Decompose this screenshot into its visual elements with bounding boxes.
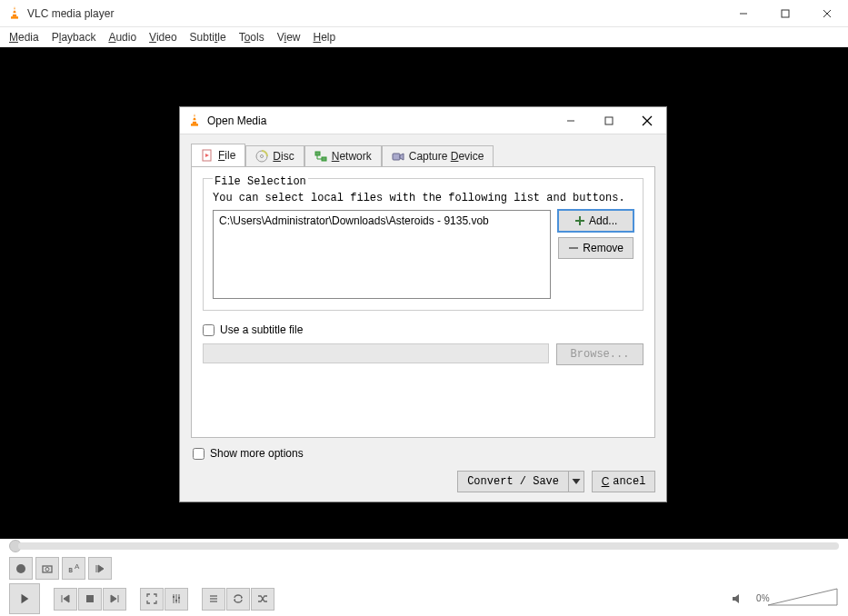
convert-save-splitbutton[interactable]: Convert / Save (457, 471, 584, 492)
menu-tools[interactable]: Tools (239, 31, 264, 44)
show-more-options-checkbox[interactable] (193, 448, 205, 460)
svg-rect-17 (175, 600, 177, 601)
file-icon (201, 149, 214, 162)
menu-audio[interactable]: Audio (108, 31, 136, 44)
seek-track[interactable] (18, 542, 839, 550)
window-title: VLC media player (27, 7, 723, 20)
volume-percent: 0% (756, 593, 769, 603)
tab-network[interactable]: Network (304, 145, 382, 167)
file-selection-hint: You can select local files with the foll… (213, 192, 634, 204)
svg-rect-4 (782, 10, 789, 17)
tab-file[interactable]: File (191, 144, 245, 167)
speaker-icon[interactable] (731, 592, 743, 605)
frame-step-button[interactable] (88, 557, 112, 580)
chevron-down-icon (571, 476, 582, 487)
svg-rect-22 (191, 124, 198, 125)
snapshot-button[interactable] (35, 557, 59, 580)
svg-point-9 (45, 567, 49, 571)
close-button[interactable] (806, 0, 848, 27)
use-subtitle-label: Use a subtitle file (220, 323, 303, 336)
svg-text:A: A (75, 562, 80, 571)
menu-video[interactable]: Video (149, 31, 176, 44)
atob-loop-button[interactable]: ʙA (62, 557, 85, 580)
svg-rect-2 (13, 13, 17, 15)
svg-text:ʙ: ʙ (68, 565, 73, 574)
svg-point-7 (16, 564, 25, 573)
seek-bar[interactable] (0, 539, 848, 553)
stop-button[interactable] (78, 588, 102, 611)
record-button[interactable] (9, 557, 33, 580)
dialog-title: Open Media (207, 114, 552, 127)
previous-button[interactable] (54, 588, 77, 611)
minimize-button[interactable] (723, 0, 764, 27)
extended-settings-button[interactable] (165, 588, 188, 611)
file-selection-fieldset: File Selection You can select local file… (203, 178, 643, 311)
loop-button[interactable] (226, 588, 250, 611)
svg-point-31 (261, 155, 264, 158)
convert-save-dropdown[interactable] (568, 471, 584, 492)
svg-rect-0 (11, 16, 18, 18)
svg-rect-24 (193, 120, 197, 122)
menu-playback[interactable]: Playback (52, 31, 96, 44)
play-button[interactable] (9, 583, 40, 614)
fullscreen-button[interactable] (140, 588, 164, 611)
menu-media[interactable]: Media (9, 31, 39, 44)
menu-subtitle[interactable]: Subtitle (190, 31, 226, 44)
next-button[interactable] (103, 588, 126, 611)
use-subtitle-checkbox[interactable] (203, 324, 214, 336)
dialog-close-button[interactable] (628, 107, 666, 134)
dialog-minimize-button[interactable] (552, 107, 590, 134)
svg-rect-18 (178, 597, 180, 599)
plus-icon (574, 215, 585, 226)
dialog-titlebar: Open Media (180, 107, 666, 134)
add-file-button[interactable]: Add... (558, 210, 634, 232)
file-selection-legend: File Selection (213, 175, 308, 188)
svg-rect-26 (605, 117, 613, 124)
vlc-cone-icon (7, 6, 22, 21)
svg-rect-33 (322, 157, 326, 161)
svg-rect-12 (86, 595, 94, 602)
tab-capture-device[interactable]: Capture Device (382, 145, 494, 167)
main-window-titlebar: VLC media player (0, 0, 848, 27)
dialog-maximize-button[interactable] (590, 107, 628, 134)
subtitle-path-field (203, 343, 549, 363)
vlc-cone-icon (187, 114, 202, 128)
open-media-dialog: Open Media File Disc Network Capture Dev… (179, 106, 667, 502)
file-list-item[interactable]: C:\Users\Administrator\Downloads\Asteroi… (219, 214, 544, 227)
file-list[interactable]: C:\Users\Administrator\Downloads\Asteroi… (213, 210, 551, 299)
disc-icon (255, 150, 268, 163)
svg-rect-32 (315, 152, 320, 155)
svg-rect-16 (173, 596, 175, 598)
playlist-button[interactable] (202, 588, 225, 611)
maximize-button[interactable] (764, 0, 806, 27)
tab-panel-file: File Selection You can select local file… (191, 166, 655, 438)
shuffle-button[interactable] (251, 588, 274, 611)
dialog-tabs: File Disc Network Capture Device (191, 144, 655, 167)
cancel-button[interactable]: Cancel (592, 471, 655, 492)
show-more-options-label: Show more options (210, 447, 304, 460)
tab-disc[interactable]: Disc (245, 145, 304, 167)
capture-icon (392, 150, 404, 163)
menu-view[interactable]: View (277, 31, 301, 44)
svg-rect-1 (13, 9, 16, 11)
convert-save-button[interactable]: Convert / Save (457, 471, 568, 492)
network-icon (314, 150, 327, 163)
browse-subtitle-button[interactable]: Browse... (556, 343, 643, 365)
volume-slider[interactable] (766, 585, 839, 609)
player-toolbar: ʙA 0% (0, 553, 848, 615)
remove-file-button[interactable]: Remove (558, 237, 634, 259)
menubar: Media Playback Audio Video Subtitle Tool… (0, 27, 848, 47)
menu-help[interactable]: Help (313, 31, 335, 44)
svg-rect-36 (393, 154, 400, 160)
svg-rect-23 (193, 116, 196, 118)
minus-icon (568, 243, 579, 253)
